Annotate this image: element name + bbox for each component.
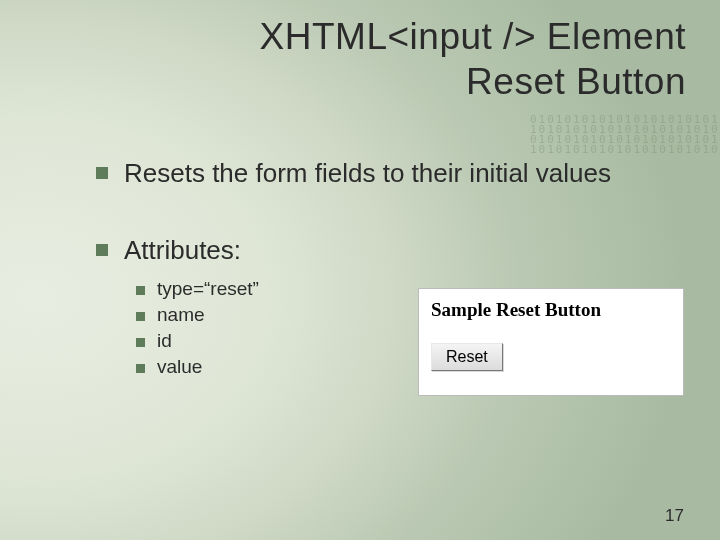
square-bullet-icon: [136, 338, 145, 347]
bullet-item-1: Resets the form fields to their initial …: [96, 156, 690, 191]
reset-button[interactable]: Reset: [431, 343, 503, 371]
page-number: 17: [665, 506, 684, 526]
bullet-item-2: Attributes:: [96, 233, 690, 268]
square-bullet-icon: [96, 167, 108, 179]
sub-bullet-text: type=“reset”: [157, 278, 259, 300]
sample-reset-panel: Sample Reset Button Reset: [418, 288, 684, 396]
square-bullet-icon: [136, 312, 145, 321]
bullet-text-1: Resets the form fields to their initial …: [124, 156, 611, 191]
slide-title: XHTML<input /> Element Reset Button: [30, 14, 686, 104]
slide-content: XHTML<input /> Element Reset Button Rese…: [0, 0, 720, 540]
title-line-2: Reset Button: [466, 61, 686, 102]
sample-heading: Sample Reset Button: [431, 299, 671, 321]
title-line-1: XHTML<input /> Element: [260, 16, 686, 57]
square-bullet-icon: [96, 244, 108, 256]
square-bullet-icon: [136, 286, 145, 295]
bullet-text-2: Attributes:: [124, 233, 241, 268]
square-bullet-icon: [136, 364, 145, 373]
sub-bullet-text: value: [157, 356, 202, 378]
sub-bullet-text: id: [157, 330, 172, 352]
sub-bullet-text: name: [157, 304, 205, 326]
